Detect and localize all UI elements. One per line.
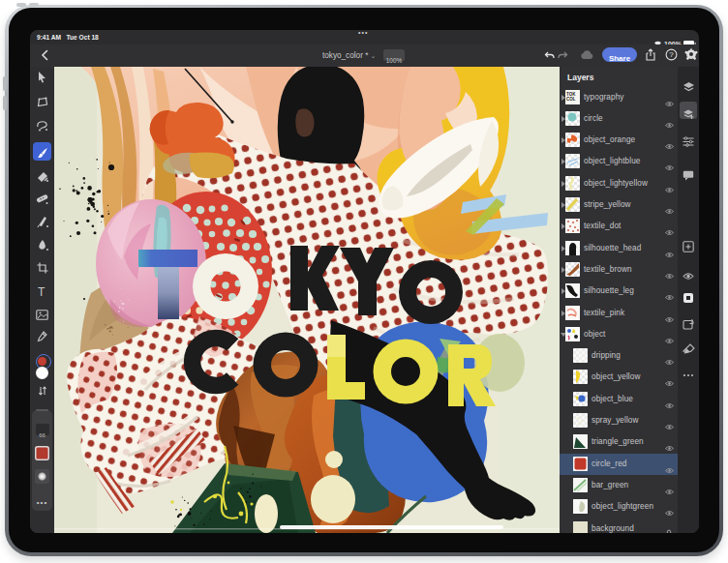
svg-text:COL: COL	[566, 97, 576, 102]
svg-text:T: T	[38, 286, 46, 297]
svg-text:?: ?	[669, 50, 674, 59]
